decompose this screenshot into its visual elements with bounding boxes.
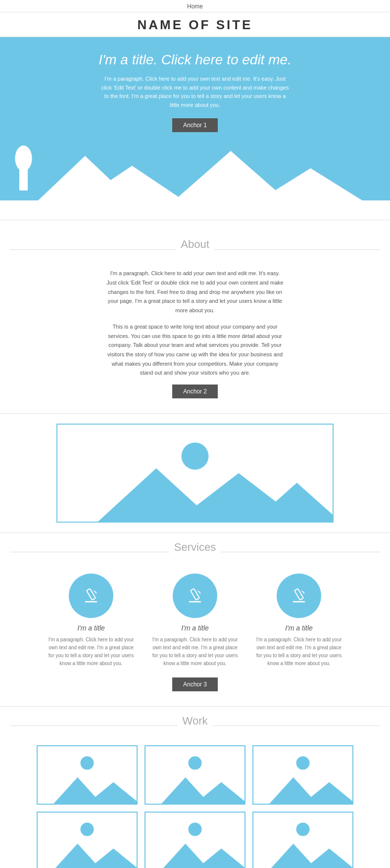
about-section: About I'm a paragraph. Click here to add… — [0, 220, 390, 533]
service-icon-1 — [69, 574, 113, 618]
anchor-3-button[interactable]: Anchor 3 — [172, 677, 218, 691]
service-icon-3 — [277, 574, 321, 618]
about-title: About — [181, 238, 209, 251]
svg-line-19 — [302, 591, 304, 593]
about-paragraph-1[interactable]: I'm a paragraph. Click here to add your … — [106, 269, 284, 315]
service-title-3[interactable]: I'm a title — [254, 624, 343, 632]
hero-section: I'm a title. Click here to edit me. I'm … — [0, 37, 390, 200]
services-divider: Services — [10, 541, 380, 564]
spacer-1 — [0, 200, 390, 220]
svg-rect-18 — [294, 588, 303, 600]
svg-point-41 — [296, 822, 309, 836]
hero-paragraph[interactable]: I'm a paragraph. Click here to add your … — [101, 75, 289, 109]
svg-rect-15 — [191, 588, 199, 600]
work-thumb-4[interactable] — [37, 812, 138, 868]
svg-point-21 — [80, 756, 94, 770]
svg-point-1 — [15, 145, 32, 171]
svg-point-33 — [80, 822, 94, 836]
svg-marker-5 — [259, 168, 362, 200]
nav-home[interactable]: Home — [187, 3, 203, 10]
work-thumb-5[interactable] — [145, 812, 245, 868]
service-para-2[interactable]: I'm a paragraph. Click here to add your … — [150, 636, 240, 668]
work-thumb-2[interactable] — [145, 745, 245, 805]
service-item-1: I'm a title I'm a paragraph. Click here … — [47, 574, 136, 668]
service-title-2[interactable]: I'm a title — [150, 624, 240, 632]
service-item-2: I'm a title I'm a paragraph. Click here … — [150, 574, 240, 668]
svg-point-7 — [182, 442, 209, 470]
svg-rect-12 — [87, 588, 96, 600]
work-divider: Work — [10, 715, 380, 737]
service-para-3[interactable]: I'm a paragraph. Click here to add your … — [254, 636, 343, 668]
services-title: Services — [174, 541, 216, 554]
work-thumb-1[interactable] — [37, 745, 138, 805]
svg-point-25 — [188, 756, 201, 770]
services-row: I'm a title I'm a paragraph. Click here … — [10, 574, 380, 668]
svg-line-13 — [94, 591, 97, 593]
hero-title[interactable]: I'm a title. Click here to edit me. — [10, 52, 380, 68]
service-para-1[interactable]: I'm a paragraph. Click here to add your … — [47, 636, 136, 668]
hero-mountains — [10, 141, 380, 200]
svg-marker-4 — [174, 151, 287, 200]
svg-point-37 — [188, 822, 201, 836]
service-title-1[interactable]: I'm a title — [47, 624, 136, 632]
anchor-2-button[interactable]: Anchor 2 — [172, 385, 218, 398]
work-grid — [37, 745, 353, 868]
work-thumb-3[interactable] — [252, 745, 353, 805]
svg-point-29 — [296, 756, 309, 770]
anchor-1-button[interactable]: Anchor 1 — [172, 118, 218, 132]
about-image — [56, 424, 334, 523]
work-thumb-6[interactable] — [252, 812, 353, 868]
service-icon-2 — [173, 574, 217, 618]
work-section: Work — [0, 707, 390, 868]
work-title: Work — [183, 715, 208, 727]
about-divider: About — [10, 238, 380, 261]
svg-line-16 — [198, 591, 200, 593]
nav-bar: Home — [0, 0, 390, 12]
site-title: NAME OF SITE — [0, 12, 390, 37]
services-section: Services I'm a title I'm a paragraph. Cl… — [0, 533, 390, 707]
about-paragraph-2[interactable]: This is a great space to write long text… — [106, 322, 284, 378]
service-item-3: I'm a title I'm a paragraph. Click here … — [254, 574, 343, 668]
